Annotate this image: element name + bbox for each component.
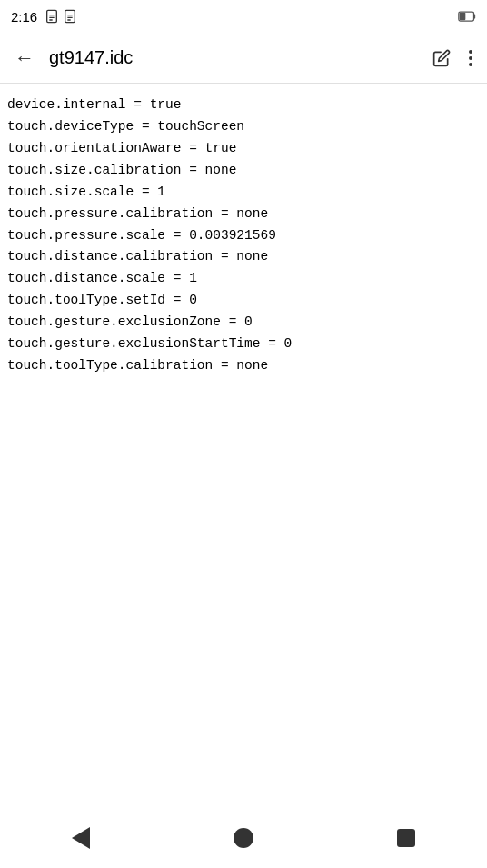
svg-rect-3 <box>474 15 476 19</box>
svg-rect-0 <box>47 10 57 22</box>
edit-button[interactable] <box>425 42 458 75</box>
status-left: 2:16 <box>11 9 77 25</box>
status-bar: 2:16 <box>0 0 487 33</box>
svg-rect-1 <box>65 10 75 22</box>
status-icons <box>45 9 77 24</box>
file-content: device.internal = true touch.deviceType … <box>0 84 487 388</box>
nav-back-icon <box>72 827 90 849</box>
nav-back-button[interactable] <box>50 820 112 856</box>
nav-home-icon <box>234 828 253 848</box>
more-icon <box>469 50 472 66</box>
app-bar-actions <box>425 42 480 75</box>
back-arrow-icon: ← <box>15 46 35 70</box>
sim1-icon <box>45 9 59 24</box>
nav-home-button[interactable] <box>212 821 275 855</box>
edit-icon <box>432 49 451 67</box>
more-button[interactable] <box>462 43 480 74</box>
sim2-icon <box>63 9 77 24</box>
status-time: 2:16 <box>11 9 37 25</box>
status-right <box>458 10 476 23</box>
svg-rect-4 <box>460 13 466 20</box>
nav-bar <box>0 813 487 868</box>
nav-recents-button[interactable] <box>375 822 437 854</box>
battery-icon <box>458 10 476 23</box>
back-button[interactable]: ← <box>7 39 42 77</box>
nav-recents-icon <box>397 829 415 847</box>
app-bar-title: gt9147.idc <box>49 47 425 68</box>
app-bar: ← gt9147.idc <box>0 33 487 84</box>
